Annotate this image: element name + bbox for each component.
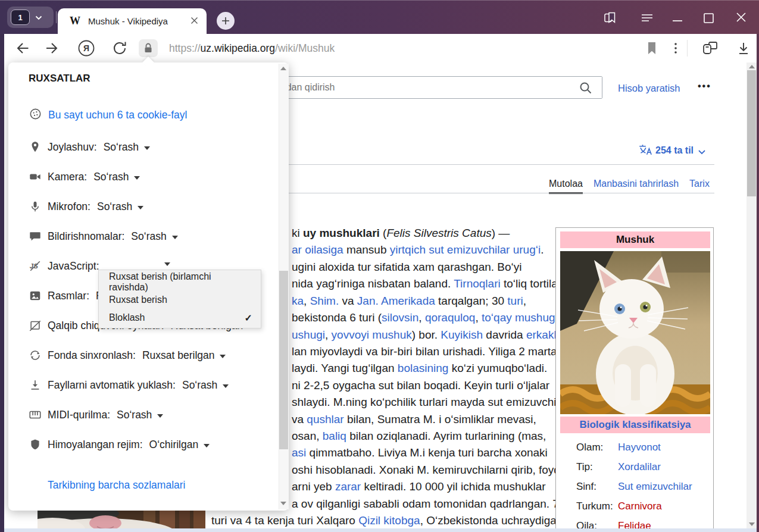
article-link[interactable]: ar oilasiga: [292, 243, 343, 256]
article-line: arni yeb zarar keltiradi. 10 000 yil ich…: [292, 478, 546, 495]
article-line: oshi hisoblanadi. Xonaki M. kemiruvchila…: [292, 462, 567, 478]
more-options-icon[interactable]: [667, 39, 685, 57]
taxobox-label: Sinf:: [576, 481, 618, 493]
article-link[interactable]: yovvoyi mushuk: [332, 328, 412, 341]
article-link[interactable]: silovsin: [382, 311, 418, 324]
article-link[interactable]: qoraquloq: [425, 311, 476, 324]
kitten-photo[interactable]: [560, 251, 710, 414]
scroll-down-icon[interactable]: [749, 522, 755, 526]
browser-tab[interactable]: W Mushuk - Vikipediya: [58, 8, 207, 34]
panel-scroll-up-icon[interactable]: [280, 67, 286, 70]
article-text: bekistonda 6 turi (: [292, 311, 382, 324]
language-selector-button[interactable]: 254 ta til: [638, 143, 705, 158]
article-link[interactable]: Qizil kitobga: [358, 514, 420, 527]
article-link[interactable]: ushugi: [292, 328, 325, 341]
password-manager-icon[interactable]: [700, 38, 720, 58]
permission-dropdown[interactable]: Ruxsat berilgan: [142, 349, 226, 362]
search-input[interactable]: [236, 77, 602, 98]
downloads-icon[interactable]: [735, 39, 752, 57]
article-line: a ov qilganligi sababli odam tomonidan q…: [292, 496, 559, 512]
permission-dropdown[interactable]: Soʻrash: [117, 409, 163, 421]
article-link[interactable]: toʻqay mushugi: [482, 311, 558, 324]
article-text: ) bor.: [412, 328, 441, 341]
article-link[interactable]: zarar: [335, 480, 361, 493]
article-link[interactable]: ka: [292, 295, 304, 307]
article-link[interactable]: Tirnoqlari: [454, 277, 501, 290]
chevron-down-icon: [134, 176, 140, 180]
scroll-up-icon[interactable]: [749, 65, 755, 68]
permission-dropdown[interactable]: Soʻrash: [97, 201, 143, 213]
side-panels-icon[interactable]: [603, 11, 617, 25]
wiki-tab-manbasini-tahrirlash[interactable]: Manbasini tahrirlash: [594, 179, 679, 194]
window-close-icon[interactable]: [736, 12, 746, 23]
permission-dropdown[interactable]: Soʻrash: [182, 379, 229, 392]
article-line: va qushlar bilan, Sumatra M. i oʻsimlikl…: [292, 411, 536, 427]
taxobox-value[interactable]: Xordalilar: [618, 461, 661, 473]
chevron-down-icon: [698, 146, 705, 157]
yandex-search-icon[interactable]: Я: [76, 37, 97, 59]
article-line: turi va 4 ta kenja turi Xalqaro Qizil ki…: [211, 512, 563, 528]
article-link[interactable]: Kuyikish: [441, 328, 483, 341]
maximize-icon[interactable]: [703, 12, 714, 24]
panel-scrollbar-thumb[interactable]: [279, 271, 288, 449]
article-text: keltiradi. 10 000 yil ichida mushuklar: [361, 480, 546, 493]
new-tab-button[interactable]: [217, 12, 235, 30]
permission-dropdown[interactable]: Soʻrash: [104, 141, 150, 154]
article-link[interactable]: bolasining: [398, 362, 449, 374]
menu-icon[interactable]: [641, 11, 654, 24]
permission-value: Soʻrash: [182, 379, 217, 392]
tab-group-count-badge: 1: [11, 10, 30, 25]
article-text: ,: [304, 295, 310, 307]
url-host: uz.wikipedia.org: [201, 42, 275, 55]
article-text: nida yagʻriniga nisbatan baland.: [292, 277, 454, 290]
article-link[interactable]: asi: [292, 446, 306, 459]
js-permission-option[interactable]: Bloklash✓: [99, 309, 261, 327]
taxobox-value[interactable]: Carnivora: [618, 500, 662, 512]
article-link[interactable]: turi: [507, 295, 523, 307]
wiki-tab-mutolaa[interactable]: Mutolaa: [549, 179, 583, 194]
article-link[interactable]: yirtqich sut emizuvchilar urugʻi: [390, 243, 541, 256]
all-content-settings-link[interactable]: Tarkibning barcha sozlamalari: [48, 479, 186, 492]
forward-button[interactable]: [43, 37, 64, 59]
refresh-icon[interactable]: [109, 37, 130, 59]
js-permission-option[interactable]: Ruxsat berish: [99, 291, 261, 309]
cookies-link[interactable]: Bu sayt uchun 6 ta cookie-fayl: [48, 109, 187, 121]
permission-value: Soʻrash: [93, 171, 129, 183]
article-link[interactable]: Shim.: [310, 295, 339, 307]
article-text: laydi. Yangi tugʻilgan: [292, 362, 398, 374]
title-bar: 1 W Mushuk - Vikipediya: [0, 0, 759, 34]
chevron-down-icon[interactable]: [35, 12, 42, 23]
taxobox-value[interactable]: Hayvonot: [618, 442, 661, 453]
tab-close-icon[interactable]: [190, 16, 198, 27]
article-line: lan miyovlaydi va bir-biri bilan urishad…: [292, 343, 566, 359]
page-scrollbar-thumb[interactable]: [747, 70, 756, 196]
article-link[interactable]: Jan. Amerikada: [357, 295, 435, 307]
site-permissions-lock-button[interactable]: [139, 39, 158, 57]
tab-group-button[interactable]: 1: [7, 7, 54, 28]
images-icon: [29, 289, 43, 302]
create-account-link[interactable]: Hisob yaratish: [618, 83, 680, 94]
article-line: shlaydi. M.ning koʻpchilik turlari mayda…: [292, 394, 569, 410]
js-permission-option[interactable]: Ruxsat berish (birlamchi ravishda): [99, 273, 261, 291]
permission-dropdown[interactable]: Soʻrash: [131, 230, 177, 243]
address-bar[interactable]: https://uz.wikipedia.org/wiki/Mushuk: [169, 41, 335, 55]
panel-scroll-down-icon[interactable]: [280, 502, 286, 505]
article-text: , Oʻzbekistonda uchraydigan: [420, 514, 563, 527]
permission-dropdown[interactable]: Oʻchirilgan: [149, 439, 210, 451]
minimize-icon[interactable]: [670, 11, 685, 25]
article-link[interactable]: baliq: [323, 430, 346, 442]
wiki-search-box[interactable]: [235, 76, 602, 99]
article-line: laydi. Yangi tugʻilgan bolasining koʻzi …: [292, 360, 547, 376]
back-button[interactable]: [10, 37, 32, 59]
article-link[interactable]: qushlar: [307, 413, 343, 425]
article-text: koʻzi yumuqboʻladi.: [448, 362, 547, 374]
wiki-more-menu[interactable]: •••: [698, 81, 711, 92]
search-icon[interactable]: [579, 81, 593, 98]
taxobox-section-header[interactable]: Biologik klassifikatsiya: [560, 417, 710, 433]
article-text: tarqalgan; 30: [435, 295, 507, 307]
bookmark-icon[interactable]: [643, 39, 661, 57]
article-text: ) —: [492, 227, 510, 239]
taxobox-value[interactable]: Sut emizuvchilar: [618, 481, 692, 493]
wiki-tab-tarix[interactable]: Tarix: [689, 179, 710, 194]
permission-dropdown[interactable]: Soʻrash: [93, 171, 140, 183]
